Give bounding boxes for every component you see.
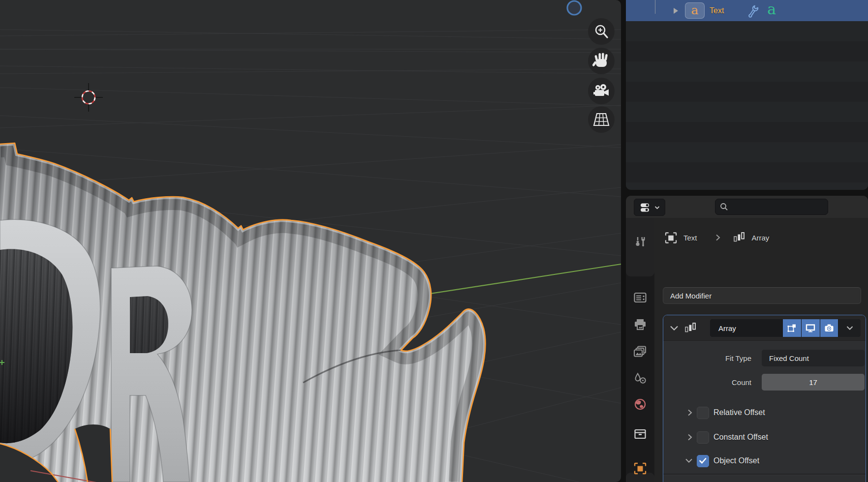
outliner-selected-row[interactable]: a Text a bbox=[626, 0, 868, 21]
breadcrumb-modifier-name[interactable]: Array bbox=[752, 234, 770, 242]
object-icon[interactable] bbox=[664, 231, 678, 244]
count-label: Count bbox=[732, 378, 751, 387]
display-render-toggle[interactable] bbox=[820, 319, 838, 337]
properties-search-field[interactable] bbox=[715, 199, 828, 215]
display-realtime-toggle[interactable] bbox=[802, 319, 820, 337]
count-row: Count 17 bbox=[663, 374, 866, 391]
chevron-right-icon[interactable] bbox=[687, 409, 693, 417]
properties-editor-icon bbox=[640, 202, 652, 213]
add-modifier-button[interactable]: Add Modifier bbox=[663, 287, 861, 304]
chevron-down-icon[interactable] bbox=[685, 458, 693, 464]
blender-window: a Text a bbox=[0, 0, 868, 482]
outliner-rows-background[interactable] bbox=[626, 21, 868, 190]
camera-view-gizmo-button[interactable] bbox=[588, 78, 615, 104]
object-offset-row[interactable]: Object Offset bbox=[663, 452, 866, 469]
relative-offset-checkbox[interactable] bbox=[697, 407, 709, 419]
modifier-panel-header[interactable]: Array bbox=[663, 315, 866, 341]
object-offset-label: Object Offset bbox=[713, 456, 759, 465]
subpanel-separator bbox=[663, 474, 866, 475]
toggle-grid-gizmo-button[interactable] bbox=[588, 106, 615, 133]
outliner-item-label[interactable]: Text bbox=[710, 6, 724, 15]
array-modifier-icon[interactable] bbox=[733, 231, 745, 244]
chevron-right-icon[interactable] bbox=[687, 433, 693, 441]
tree-indent-guide bbox=[655, 0, 655, 14]
tab-tool[interactable] bbox=[626, 228, 654, 254]
search-icon bbox=[720, 203, 728, 211]
search-input[interactable] bbox=[731, 203, 822, 211]
object-offset-checkbox[interactable] bbox=[697, 455, 709, 467]
navigate-orbit-gizmo[interactable] bbox=[567, 1, 581, 15]
breadcrumb-object-name[interactable]: Text bbox=[683, 234, 697, 242]
chevron-down-icon bbox=[654, 206, 660, 210]
modifier-extras-button[interactable] bbox=[838, 319, 861, 337]
pan-gizmo-button[interactable] bbox=[588, 48, 615, 74]
fit-type-dropdown[interactable]: Fixed Count bbox=[762, 350, 865, 366]
modifier-name-field[interactable]: Array bbox=[710, 319, 782, 337]
breadcrumb: Text Array bbox=[654, 230, 769, 245]
constant-offset-checkbox[interactable] bbox=[697, 431, 709, 444]
fit-type-row: Fit Type Fixed Count bbox=[663, 350, 866, 366]
tab-world[interactable] bbox=[626, 391, 654, 418]
relative-offset-label: Relative Offset bbox=[713, 408, 765, 417]
properties-content: Text Array Add Modifier bbox=[654, 218, 868, 482]
breadcrumb-chevron-icon bbox=[715, 234, 721, 241]
constant-offset-row[interactable]: Constant Offset bbox=[663, 429, 866, 446]
tab-object[interactable] bbox=[626, 455, 654, 482]
tab-collection[interactable] bbox=[626, 421, 654, 447]
array-modifier-panel: Array bbox=[663, 315, 866, 482]
display-edit-mode-toggle[interactable] bbox=[783, 319, 801, 337]
array-modifier-icon bbox=[684, 322, 697, 334]
tab-output[interactable] bbox=[626, 311, 654, 338]
relative-offset-row[interactable]: Relative Offset bbox=[663, 404, 866, 421]
properties-tab-strip bbox=[626, 218, 654, 482]
font-data-icon[interactable]: a bbox=[767, 3, 776, 18]
constant-offset-label: Constant Offset bbox=[713, 433, 768, 442]
count-slider[interactable]: 17 bbox=[762, 374, 865, 391]
viewport-canvas bbox=[0, 0, 621, 482]
disclosure-triangle-icon[interactable] bbox=[674, 8, 678, 14]
viewport-3d[interactable] bbox=[0, 0, 621, 482]
editor-type-button[interactable] bbox=[634, 199, 665, 216]
tab-scene[interactable] bbox=[626, 365, 654, 392]
tab-render[interactable] bbox=[626, 284, 654, 311]
properties-editor: Text Array Add Modifier bbox=[626, 196, 868, 482]
panel-expand-chevron-icon[interactable] bbox=[670, 325, 679, 331]
font-object-icon: a bbox=[685, 2, 705, 19]
modifier-wrench-icon[interactable] bbox=[746, 3, 761, 18]
fit-type-label: Fit Type bbox=[725, 354, 751, 362]
tab-view-layer[interactable] bbox=[626, 338, 654, 365]
properties-header bbox=[626, 196, 868, 218]
zoom-gizmo-button[interactable] bbox=[588, 18, 615, 45]
outliner-editor: a Text a bbox=[626, 0, 868, 190]
